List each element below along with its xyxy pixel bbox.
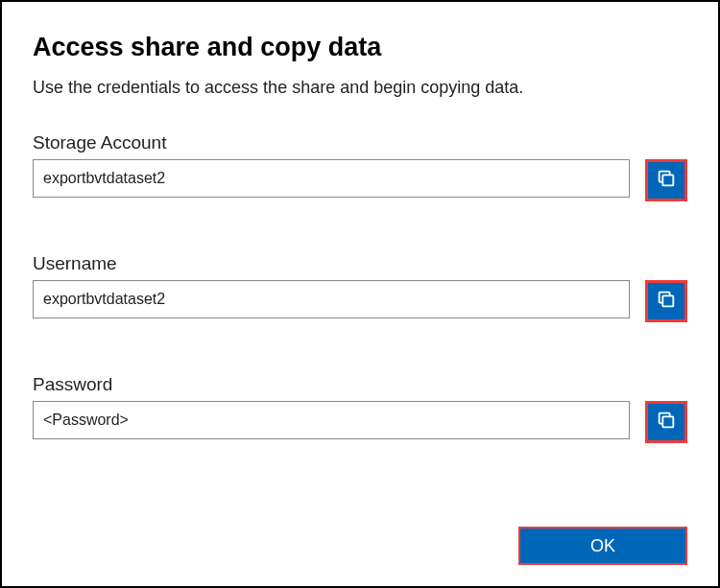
username-label: Username (33, 253, 687, 274)
access-share-panel: Access share and copy data Use the crede… (0, 0, 720, 588)
copy-icon (656, 168, 677, 193)
page-title: Access share and copy data (33, 33, 687, 62)
storage-account-label: Storage Account (33, 132, 687, 153)
copy-icon (656, 410, 677, 435)
username-group: Username (33, 253, 687, 322)
svg-rect-0 (662, 175, 673, 185)
storage-account-input[interactable] (33, 159, 630, 198)
copy-username-button[interactable] (645, 280, 687, 322)
ok-button[interactable]: OK (518, 527, 687, 565)
svg-rect-2 (662, 416, 673, 427)
username-input[interactable] (33, 280, 630, 318)
storage-account-group: Storage Account (33, 132, 687, 201)
password-row (33, 401, 687, 443)
copy-password-button[interactable] (645, 401, 687, 443)
password-input[interactable] (33, 401, 630, 439)
password-group: Password (33, 374, 687, 443)
copy-icon (656, 289, 677, 314)
page-subtitle: Use the credentials to access the share … (33, 78, 687, 98)
copy-storage-account-button[interactable] (645, 159, 687, 201)
username-row (33, 280, 687, 322)
svg-rect-1 (662, 295, 673, 306)
storage-account-row (33, 159, 687, 201)
password-label: Password (33, 374, 687, 395)
